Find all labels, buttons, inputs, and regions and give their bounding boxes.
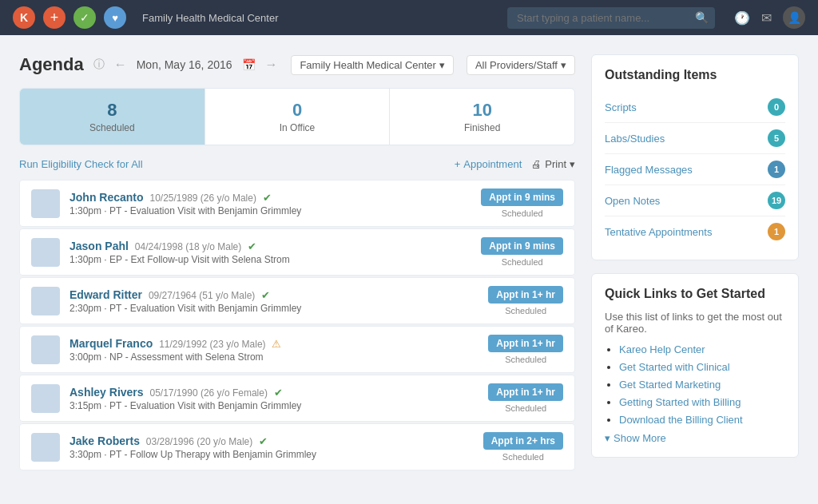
print-chevron: ▾ (570, 158, 575, 170)
quick-link[interactable]: Get Started with Clinical (619, 361, 730, 373)
search-input[interactable] (507, 7, 715, 29)
appt-info: Marquel Franco 11/29/1992 (23 y/o Male) … (69, 337, 478, 363)
appt-status: Appt in 2+ hrs Scheduled (483, 432, 563, 462)
add-appointment-label: Appointment (463, 158, 522, 170)
appt-name-row: Edward Ritter 09/27/1964 (51 y/o Male) ✔ (69, 288, 478, 301)
appt-info: Jake Roberts 03/28/1996 (20 y/o Male) ✔ … (69, 435, 474, 460)
appt-time-btn[interactable]: Appt in 1+ hr (488, 335, 563, 352)
quick-link[interactable]: Getting Started with Billing (619, 396, 741, 408)
add-appointment-btn[interactable]: + Appointment (455, 158, 522, 170)
search-icon[interactable]: 🔍 (695, 11, 709, 24)
appt-scheduled-label: Scheduled (488, 306, 563, 315)
filters-wrap: Family Health Medical Center ▾ All Provi… (291, 55, 575, 75)
appointment-row[interactable]: Edward Ritter 09/27/1964 (51 y/o Male) ✔… (19, 277, 575, 324)
appt-detail: 1:30pm · PT - Evaluation Visit with Benj… (69, 205, 471, 216)
heart-icon[interactable]: ♥ (104, 6, 126, 29)
appt-name-row: Ashley Rivers 05/17/1990 (26 y/o Female)… (69, 386, 478, 399)
check-icon[interactable]: ✓ (73, 6, 96, 29)
appt-status: Appt in 9 mins Scheduled (481, 237, 563, 267)
top-navigation: K + ✓ ♥ Family Health Medical Center 🔍 🕐… (0, 0, 818, 35)
appointment-row[interactable]: Marquel Franco 11/29/1992 (23 y/o Male) … (19, 326, 575, 373)
appt-time-btn[interactable]: Appt in 1+ hr (488, 286, 563, 304)
outstanding-item[interactable]: Open Notes 19 (605, 185, 785, 216)
stat-scheduled[interactable]: 8 Scheduled (20, 89, 205, 145)
appt-dob: 05/17/1990 (26 y/o Female) (150, 387, 268, 399)
appt-detail: 3:15pm · PT - Evaluation Visit with Benj… (69, 400, 478, 411)
quick-link-item: Get Started with Clinical (619, 360, 785, 373)
outstanding-items-title: Outstanding Items (605, 68, 785, 82)
run-eligibility-btn[interactable]: Run Eligibility Check for All (19, 158, 143, 170)
appt-dob: 04/24/1998 (18 y/o Male) (135, 241, 241, 252)
appt-scheduled-label: Scheduled (488, 403, 563, 413)
appt-name: Jake Roberts (69, 435, 140, 447)
agenda-title: Agenda (19, 54, 84, 75)
history-icon[interactable]: 🕐 (734, 10, 750, 26)
next-date-arrow[interactable]: → (265, 58, 278, 72)
appt-time-btn[interactable]: Appt in 9 mins (481, 237, 563, 255)
prev-date-arrow[interactable]: ← (114, 58, 127, 72)
print-btn[interactable]: 🖨 Print ▾ (531, 158, 575, 170)
agenda-date: Mon, May 16, 2016 (137, 58, 232, 71)
appointment-row[interactable]: Ashley Rivers 05/17/1990 (26 y/o Female)… (19, 375, 575, 422)
messages-icon[interactable]: ✉ (761, 10, 772, 26)
quick-links-card: Quick Links to Get Started Use this list… (591, 273, 799, 458)
appointment-row[interactable]: John Recanto 10/25/1989 (26 y/o Male) ✔ … (19, 180, 575, 227)
outstanding-item[interactable]: Labs/Studies 5 (605, 123, 785, 154)
help-icon[interactable]: ⓘ (93, 58, 105, 72)
k-app-icon[interactable]: K (13, 6, 35, 29)
show-more-label: Show More (614, 432, 666, 444)
outstanding-items-list: Scripts 0 Labs/Studies 5 Flagged Message… (605, 92, 785, 247)
appt-name-row: John Recanto 10/25/1989 (26 y/o Male) ✔ (69, 191, 471, 204)
outstanding-item[interactable]: Flagged Messages 1 (605, 154, 785, 185)
appt-status: Appt in 9 mins Scheduled (481, 189, 563, 218)
appt-time-btn[interactable]: Appt in 2+ hrs (483, 432, 563, 450)
outstanding-item[interactable]: Tentative Appointments 1 (605, 216, 785, 247)
quick-link-item: Get Started Marketing (619, 378, 785, 391)
appt-name: Edward Ritter (69, 288, 142, 301)
appointment-row[interactable]: Jason Pahl 04/24/1998 (18 y/o Male) ✔ 1:… (19, 228, 575, 276)
appt-time-btn[interactable]: Appt in 9 mins (481, 189, 563, 206)
appt-detail: 3:30pm · PT - Follow Up Therapy with Ben… (69, 449, 474, 460)
quick-links-desc: Use this list of links to get the most o… (605, 311, 785, 335)
appointment-row[interactable]: Jake Roberts 03/28/1996 (20 y/o Male) ✔ … (19, 423, 575, 470)
practice-name: Family Health Medical Center (142, 12, 498, 24)
outstanding-item[interactable]: Scripts 0 (605, 92, 785, 123)
quick-link[interactable]: Download the Billing Client (619, 414, 743, 426)
calendar-icon[interactable]: 📅 (242, 58, 256, 71)
appt-name: Ashley Rivers (69, 386, 144, 399)
verified-icon: ✔ (261, 289, 270, 301)
quick-link-item: Kareo Help Center (619, 343, 785, 355)
appointment-list: John Recanto 10/25/1989 (26 y/o Male) ✔ … (19, 180, 575, 470)
nav-right-icons: 🕐 ✉ 👤 (734, 6, 805, 29)
stat-finished-label: Finished (406, 122, 558, 133)
stat-in-office[interactable]: 0 In Office (205, 89, 391, 145)
appt-dob: 03/28/1996 (20 y/o Male) (146, 436, 252, 447)
practice-filter-chevron: ▾ (439, 59, 445, 71)
outstanding-item-label: Labs/Studies (605, 133, 665, 145)
provider-filter-label: All Providers/Staff (475, 59, 558, 71)
appt-scheduled-label: Scheduled (488, 355, 563, 364)
appt-detail: 1:30pm · EP - Ext Follow-up Visit with S… (69, 254, 471, 265)
show-more-chevron: ▾ (605, 432, 610, 444)
appt-time-btn[interactable]: Appt in 1+ hr (488, 383, 563, 401)
outstanding-item-label: Tentative Appointments (605, 226, 712, 238)
verified-icon: ✔ (274, 387, 283, 399)
quick-link-item: Download the Billing Client (619, 413, 785, 426)
plus-appt-icon: + (455, 158, 461, 170)
main-panel: Agenda ⓘ ← Mon, May 16, 2016 📅 → Family … (19, 54, 575, 470)
outstanding-item-badge: 5 (768, 129, 785, 147)
appt-detail: 2:30pm · PT - Evaluation Visit with Benj… (69, 303, 478, 314)
user-avatar[interactable]: 👤 (783, 6, 805, 29)
appt-status: Appt in 1+ hr Scheduled (488, 286, 563, 315)
quick-link[interactable]: Get Started Marketing (619, 379, 721, 391)
practice-filter[interactable]: Family Health Medical Center ▾ (291, 55, 454, 75)
stat-scheduled-label: Scheduled (36, 122, 189, 133)
right-panel: Outstanding Items Scripts 0 Labs/Studies… (591, 54, 799, 470)
stat-finished[interactable]: 10 Finished (390, 89, 574, 145)
appt-name: Marquel Franco (69, 337, 153, 350)
appt-info: Edward Ritter 09/27/1964 (51 y/o Male) ✔… (69, 288, 478, 314)
quick-link[interactable]: Kareo Help Center (619, 343, 705, 355)
plus-icon[interactable]: + (43, 6, 66, 29)
show-more-btn[interactable]: ▾ Show More (605, 432, 785, 444)
provider-filter[interactable]: All Providers/Staff ▾ (467, 55, 575, 75)
